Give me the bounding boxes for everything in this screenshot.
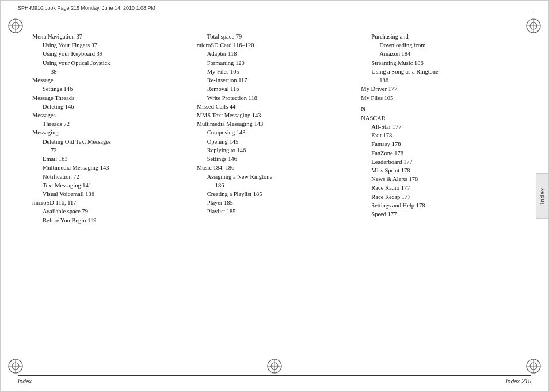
list-item: Using Your Fingers 37	[32, 41, 191, 49]
list-item: 186	[197, 181, 356, 190]
main-content: Menu Navigation 37 Using Your Fingers 37…	[32, 32, 525, 363]
list-item: Opening 145	[197, 137, 356, 146]
list-item: Race Recap 177	[361, 193, 520, 201]
list-item: Using your Optical Joystick	[32, 59, 191, 67]
list-item: 186	[361, 76, 520, 84]
list-item: microSD 116, 117	[32, 198, 191, 207]
footer-right: Index 215	[506, 378, 531, 385]
list-item: MMS Text Messaging 143	[197, 111, 356, 120]
list-item: Missed Calls 44	[197, 102, 356, 111]
list-item: Messages	[32, 111, 191, 120]
list-item: Notification 72	[32, 172, 191, 181]
list-item: Music 184–186	[197, 163, 356, 172]
list-item: Total space 79	[197, 32, 356, 41]
corner-decoration-tl	[7, 18, 24, 34]
column-3: Purchasing and Downloading from Amazon 1…	[361, 32, 525, 363]
footer-left: Index	[18, 378, 32, 385]
list-item: Threads 72	[32, 120, 191, 128]
list-item: My Driver 177	[361, 84, 520, 93]
list-item: Amazon 184	[361, 49, 520, 58]
list-item: Settings and Help 178	[361, 201, 520, 210]
list-item: Exit 178	[361, 131, 520, 140]
index-tab: Index	[536, 173, 548, 219]
corner-decoration-tr	[525, 18, 542, 34]
list-item: Purchasing and	[361, 32, 520, 41]
list-item: Before You Begin 119	[32, 216, 191, 225]
column-2: Total space 79 microSD Card 116–120 Adap…	[197, 32, 361, 363]
list-item: Fantasy 178	[361, 140, 520, 148]
section-letter-n: N	[361, 105, 520, 114]
list-item: 72	[32, 146, 191, 155]
index-tab-label: Index	[539, 187, 546, 204]
list-item: Email 163	[32, 155, 191, 163]
list-item: Multimedia Messaging 143	[32, 163, 191, 172]
list-item: Using your Keyboard 39	[32, 49, 191, 58]
list-item: Leaderboard 177	[361, 157, 520, 166]
list-item: Streaming Music 186	[361, 59, 520, 67]
list-item: Deleting Old Text Messages	[32, 137, 191, 146]
list-item: Formatting 120	[197, 59, 356, 67]
list-item: Available space 79	[32, 207, 191, 216]
list-item: Message Threads	[32, 94, 191, 102]
list-item: Using a Song as a Ringtone	[361, 67, 520, 76]
list-item: Re-insertion 117	[197, 76, 356, 84]
list-item: 38	[32, 67, 191, 76]
list-item: My Files 105	[197, 67, 356, 76]
list-item: My Files 105	[361, 94, 520, 102]
list-item: Menu Navigation 37	[32, 32, 191, 41]
list-item: All-Star 177	[361, 122, 520, 131]
list-item: Race Radio 177	[361, 183, 520, 192]
list-item: Settings 146	[32, 84, 191, 93]
list-item: Speed 177	[361, 210, 520, 218]
list-item: Playlist 185	[197, 207, 356, 216]
list-item: Settings 146	[197, 155, 356, 163]
list-item: FanZone 178	[361, 149, 520, 157]
list-item: NASCAR	[361, 114, 520, 122]
corner-decoration-br	[525, 358, 542, 374]
list-item: Replying to 146	[197, 146, 356, 155]
list-item: Deleting 146	[32, 102, 191, 111]
list-item: Creating a Playlist 185	[197, 190, 356, 198]
list-item: Message	[32, 76, 191, 84]
list-item: Messaging	[32, 128, 191, 137]
page: SPH-M910.book Page 215 Monday, June 14, …	[0, 0, 549, 392]
list-item: News & Alerts 178	[361, 175, 520, 183]
list-item: Downloading from	[361, 41, 520, 49]
list-item: Visual Voicemail 136	[32, 190, 191, 198]
list-item: Removal 116	[197, 84, 356, 93]
list-item: Adapter 118	[197, 49, 356, 58]
header-bar: SPH-M910.book Page 215 Monday, June 14, …	[18, 5, 531, 13]
list-item: Text Messaging 141	[32, 181, 191, 190]
list-item: Composing 143	[197, 128, 356, 137]
footer: Index Index 215	[18, 375, 531, 385]
list-item: Assigning a New Ringtone	[197, 172, 356, 181]
list-item: Miss Sprint 178	[361, 166, 520, 175]
list-item: microSD Card 116–120	[197, 41, 356, 49]
corner-decoration-bl	[7, 358, 24, 374]
list-item: Player 185	[197, 198, 356, 207]
list-item: Multimedia Messaging 143	[197, 120, 356, 128]
header-text: SPH-M910.book Page 215 Monday, June 14, …	[18, 5, 155, 11]
column-1: Menu Navigation 37 Using Your Fingers 37…	[32, 32, 197, 363]
list-item: Write Protection 118	[197, 94, 356, 102]
